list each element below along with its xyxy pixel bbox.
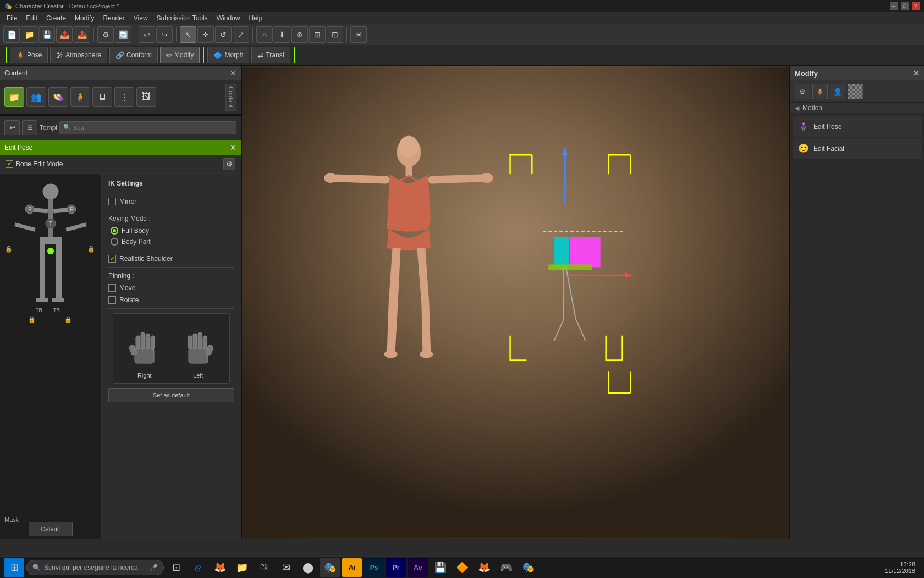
taskbar-firefox[interactable]: 🦊 — [210, 558, 230, 577]
taskbar-game[interactable]: 🎮 — [496, 558, 516, 577]
undo-button[interactable]: ↩ — [139, 26, 155, 43]
menu-submission-tools[interactable]: Submission Tools — [152, 13, 212, 23]
start-button[interactable]: ⊞ — [4, 558, 24, 577]
transform-mode-button[interactable]: ⇄ Transf — [251, 47, 290, 63]
taskbar-edge[interactable]: ℯ — [188, 558, 208, 577]
taskbar-chrome[interactable]: ⬤ — [298, 558, 318, 577]
content-icon-body[interactable]: 🧍 — [70, 87, 90, 107]
taskbar-folder[interactable]: 📁 — [232, 558, 252, 577]
close-button[interactable]: ✕ — [912, 2, 920, 10]
svg-text:T: T — [49, 221, 52, 227]
content-icon-image[interactable]: 🖼 — [136, 87, 156, 107]
right-panel-close-button[interactable]: ✕ — [913, 69, 920, 78]
content-close-button[interactable]: ✕ — [230, 69, 237, 78]
view-btn[interactable]: ⊡ — [327, 26, 343, 43]
menu-window[interactable]: Window — [212, 13, 245, 23]
taskbar-3d[interactable]: 🎭 — [518, 558, 538, 577]
grid-button[interactable]: ⊞ — [309, 26, 326, 43]
svg-rect-27 — [135, 348, 154, 363]
redo-button[interactable]: ↪ — [156, 26, 173, 43]
taskbar-backup[interactable]: 💾 — [430, 558, 450, 577]
taskbar-photoshop[interactable]: Ps — [364, 558, 384, 577]
svg-text:R: R — [70, 206, 74, 212]
taskbar-character-creator[interactable]: 🎭 — [320, 558, 340, 577]
content-icon-people[interactable]: 👥 — [26, 87, 46, 107]
edit-pose-close-button[interactable]: ✕ — [230, 143, 237, 152]
scale-button[interactable]: ⤢ — [233, 26, 249, 43]
new-button[interactable]: 📄 — [3, 26, 20, 43]
default-button[interactable]: Default — [29, 522, 73, 536]
right-icon-person[interactable]: 🧍 — [812, 84, 828, 99]
taskbar-premiere[interactable]: Pr — [386, 558, 406, 577]
bone-edit-mode-checkbox-group[interactable]: Bone Edit Mode — [6, 160, 63, 168]
right-icon-body[interactable]: 👤 — [830, 84, 845, 99]
modify-mode-button[interactable]: ✏ Modify — [160, 47, 200, 63]
open-button[interactable]: 📁 — [21, 26, 37, 43]
taskbar-vlc[interactable]: 🔶 — [452, 558, 472, 577]
right-icon-settings[interactable]: ⚙ — [795, 84, 810, 99]
full-body-radio[interactable] — [111, 227, 118, 235]
content-tab[interactable]: Content — [226, 84, 237, 111]
atmosphere-mode-button[interactable]: 🌫 Atmosphere — [50, 47, 107, 63]
morph-mode-button[interactable]: 🔷 Morph — [207, 47, 249, 63]
taskbar-store[interactable]: 🛍 — [254, 558, 274, 577]
mirror-checkbox[interactable] — [108, 198, 116, 205]
move-checkbox[interactable] — [108, 284, 116, 292]
content-icon-monitor[interactable]: 🖥 — [92, 87, 112, 107]
center-button[interactable]: ⊕ — [292, 26, 308, 43]
home-button[interactable]: ⌂ — [256, 26, 273, 43]
export-button[interactable]: 📤 — [74, 26, 90, 43]
taskbar-aftereffects[interactable]: Ae — [408, 558, 428, 577]
template-nav-button[interactable]: ↩ — [4, 120, 20, 135]
menu-edit[interactable]: Edit — [21, 13, 42, 23]
taskbar-task-view[interactable]: ⊡ — [166, 558, 186, 577]
maximize-button[interactable]: □ — [901, 2, 909, 10]
viewport[interactable] — [242, 66, 789, 539]
svg-rect-12 — [40, 244, 45, 271]
render-button[interactable]: ⚙ — [97, 26, 114, 43]
light-button[interactable]: ☀ — [350, 26, 367, 43]
conform-mode-button[interactable]: 🔗 Conform — [109, 47, 158, 63]
right-panel-header: Modify ✕ — [790, 66, 924, 80]
content-icon-folder[interactable]: 📁 — [4, 87, 24, 107]
realistic-shoulder-checkbox[interactable] — [108, 255, 116, 263]
taskbar-fox[interactable]: 🦊 — [474, 558, 494, 577]
taskbar-mail[interactable]: ✉ — [276, 558, 296, 577]
frame-button[interactable]: ⬇ — [274, 26, 290, 43]
menu-view[interactable]: View — [129, 13, 152, 23]
menu-modify[interactable]: Modify — [70, 13, 98, 23]
bone-edit-mode-row: Bone Edit Mode ⚙ — [0, 155, 241, 174]
translate-button[interactable]: ✛ — [197, 26, 214, 43]
menu-file[interactable]: File — [2, 13, 21, 23]
select-tool-button[interactable]: ↖ — [180, 26, 196, 43]
svg-text:🔒: 🔒 — [64, 315, 72, 323]
pose-mode-button[interactable]: 🧍 Pose — [10, 47, 48, 63]
body-part-radio[interactable] — [111, 238, 118, 246]
rotate-checkbox[interactable] — [108, 296, 116, 304]
bone-settings-button[interactable]: ⚙ — [223, 158, 235, 170]
edit-facial-motion-item[interactable]: 😊 Edit Facial — [793, 138, 922, 160]
date-display: 11/12/2018 — [885, 568, 915, 574]
rotate-tool-button[interactable]: ↺ — [215, 26, 232, 43]
sep3 — [176, 27, 177, 42]
search-bar[interactable]: 🔍 Sea — [59, 121, 237, 134]
right-panel: Modify ✕ ⚙ 🧍 👤 ◀ Motion 🧍‍♀️ Edit Pose 😊 — [789, 66, 924, 539]
content-icon-hierarchy[interactable]: ⋮ — [114, 87, 134, 107]
minimize-button[interactable]: ─ — [890, 2, 898, 10]
right-icon-checkerboard[interactable] — [848, 84, 863, 99]
motion-section: 🧍‍♀️ Edit Pose 😊 Edit Facial — [793, 116, 922, 160]
svg-point-48 — [480, 173, 493, 183]
save-button[interactable]: 💾 — [38, 26, 55, 43]
taskbar-search[interactable]: 🔍 Scrivi qui per eseguire la ricerca 🎤 — [26, 560, 164, 575]
bone-edit-mode-checkbox[interactable] — [6, 160, 13, 168]
taskbar-illustrator[interactable]: Ai — [342, 558, 362, 577]
menu-help[interactable]: Help — [244, 13, 267, 23]
menu-create[interactable]: Create — [42, 13, 70, 23]
template-view-button[interactable]: ⊞ — [22, 120, 37, 135]
import-button[interactable]: 📥 — [56, 26, 73, 43]
menu-render[interactable]: Render — [98, 13, 129, 23]
content-icon-hat[interactable]: 👒 — [48, 87, 68, 107]
edit-pose-motion-item[interactable]: 🧍‍♀️ Edit Pose — [793, 116, 922, 138]
set-as-default-button[interactable]: Set as default — [108, 388, 234, 402]
render2-button[interactable]: 🔄 — [115, 26, 131, 43]
